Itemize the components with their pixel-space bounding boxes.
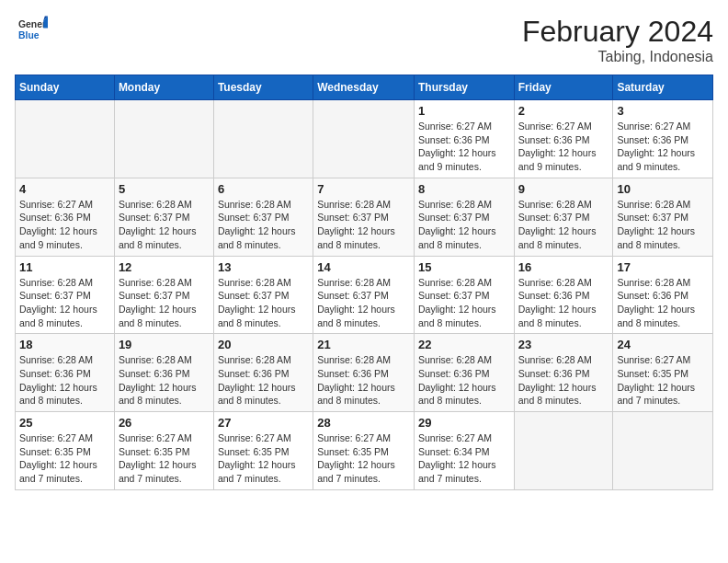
calendar-cell: 24Sunrise: 6:27 AMSunset: 6:35 PMDayligh… bbox=[613, 334, 713, 412]
day-of-week-header: Friday bbox=[514, 75, 613, 100]
calendar-cell: 3Sunrise: 6:27 AMSunset: 6:36 PMDaylight… bbox=[613, 100, 713, 178]
day-info: Sunrise: 6:28 AMSunset: 6:36 PMDaylight:… bbox=[119, 353, 210, 408]
day-info: Sunrise: 6:28 AMSunset: 6:36 PMDaylight:… bbox=[218, 353, 309, 408]
day-number: 13 bbox=[218, 260, 309, 274]
day-number: 9 bbox=[518, 182, 609, 196]
calendar-cell: 7Sunrise: 6:28 AMSunset: 6:37 PMDaylight… bbox=[313, 178, 415, 256]
day-number: 12 bbox=[119, 260, 210, 274]
day-number: 18 bbox=[19, 338, 110, 351]
day-number: 7 bbox=[317, 182, 410, 196]
logo-icon: General Blue bbox=[18, 15, 48, 44]
day-number: 26 bbox=[119, 416, 210, 430]
calendar-cell: 11Sunrise: 6:28 AMSunset: 6:37 PMDayligh… bbox=[16, 256, 115, 334]
day-info: Sunrise: 6:28 AMSunset: 6:36 PMDaylight:… bbox=[418, 353, 510, 408]
day-number: 29 bbox=[418, 416, 510, 430]
day-number: 1 bbox=[418, 104, 510, 118]
day-info: Sunrise: 6:27 AMSunset: 6:36 PMDaylight:… bbox=[19, 198, 110, 252]
day-info: Sunrise: 6:28 AMSunset: 6:37 PMDaylight:… bbox=[119, 198, 210, 252]
day-info: Sunrise: 6:27 AMSunset: 6:35 PMDaylight:… bbox=[317, 431, 410, 486]
day-info: Sunrise: 6:27 AMSunset: 6:35 PMDaylight:… bbox=[19, 431, 110, 486]
page-header: General Blue February 2024 Tabing, Indon… bbox=[15, 15, 713, 65]
day-info: Sunrise: 6:28 AMSunset: 6:37 PMDaylight:… bbox=[19, 276, 110, 330]
day-info: Sunrise: 6:28 AMSunset: 6:36 PMDaylight:… bbox=[19, 353, 110, 408]
page-title: February 2024 bbox=[522, 15, 713, 49]
day-number: 15 bbox=[418, 260, 510, 274]
calendar-cell: 5Sunrise: 6:28 AMSunset: 6:37 PMDaylight… bbox=[114, 178, 213, 256]
day-info: Sunrise: 6:28 AMSunset: 6:37 PMDaylight:… bbox=[317, 198, 410, 252]
calendar-cell: 8Sunrise: 6:28 AMSunset: 6:37 PMDaylight… bbox=[414, 178, 514, 256]
calendar-week-row: 25Sunrise: 6:27 AMSunset: 6:35 PMDayligh… bbox=[16, 412, 713, 490]
calendar-cell: 19Sunrise: 6:28 AMSunset: 6:36 PMDayligh… bbox=[114, 334, 213, 412]
logo: General Blue bbox=[15, 15, 48, 44]
calendar-cell: 22Sunrise: 6:28 AMSunset: 6:36 PMDayligh… bbox=[414, 334, 514, 412]
calendar-cell: 2Sunrise: 6:27 AMSunset: 6:36 PMDaylight… bbox=[514, 100, 613, 178]
calendar-cell: 13Sunrise: 6:28 AMSunset: 6:37 PMDayligh… bbox=[213, 256, 313, 334]
day-number: 4 bbox=[19, 182, 110, 196]
calendar-cell bbox=[514, 412, 613, 490]
day-info: Sunrise: 6:27 AMSunset: 6:35 PMDaylight:… bbox=[218, 431, 309, 486]
calendar-header: SundayMondayTuesdayWednesdayThursdayFrid… bbox=[16, 75, 713, 100]
calendar-body: 1Sunrise: 6:27 AMSunset: 6:36 PMDaylight… bbox=[16, 100, 713, 490]
calendar-cell: 20Sunrise: 6:28 AMSunset: 6:36 PMDayligh… bbox=[213, 334, 313, 412]
day-number: 17 bbox=[617, 260, 709, 274]
day-number: 3 bbox=[617, 104, 709, 118]
calendar-cell: 16Sunrise: 6:28 AMSunset: 6:36 PMDayligh… bbox=[514, 256, 613, 334]
calendar-cell: 10Sunrise: 6:28 AMSunset: 6:37 PMDayligh… bbox=[613, 178, 713, 256]
day-info: Sunrise: 6:28 AMSunset: 6:36 PMDaylight:… bbox=[317, 353, 410, 408]
calendar-cell: 28Sunrise: 6:27 AMSunset: 6:35 PMDayligh… bbox=[313, 412, 415, 490]
calendar-cell: 9Sunrise: 6:28 AMSunset: 6:37 PMDaylight… bbox=[514, 178, 613, 256]
calendar-cell bbox=[114, 100, 213, 178]
day-number: 27 bbox=[218, 416, 309, 430]
day-number: 20 bbox=[218, 338, 309, 351]
day-number: 21 bbox=[317, 338, 410, 351]
day-info: Sunrise: 6:28 AMSunset: 6:37 PMDaylight:… bbox=[617, 198, 709, 252]
calendar-cell bbox=[313, 100, 415, 178]
day-info: Sunrise: 6:28 AMSunset: 6:37 PMDaylight:… bbox=[218, 276, 309, 330]
day-number: 6 bbox=[218, 182, 309, 196]
calendar-week-row: 4Sunrise: 6:27 AMSunset: 6:36 PMDaylight… bbox=[16, 178, 713, 256]
day-number: 23 bbox=[518, 338, 609, 351]
calendar-cell: 6Sunrise: 6:28 AMSunset: 6:37 PMDaylight… bbox=[213, 178, 313, 256]
day-number: 10 bbox=[617, 182, 709, 196]
day-of-week-header: Thursday bbox=[414, 75, 514, 100]
day-info: Sunrise: 6:27 AMSunset: 6:36 PMDaylight:… bbox=[518, 120, 609, 174]
day-number: 8 bbox=[418, 182, 510, 196]
day-info: Sunrise: 6:27 AMSunset: 6:35 PMDaylight:… bbox=[119, 431, 210, 486]
day-info: Sunrise: 6:27 AMSunset: 6:36 PMDaylight:… bbox=[418, 120, 510, 174]
days-of-week-row: SundayMondayTuesdayWednesdayThursdayFrid… bbox=[16, 75, 713, 100]
day-info: Sunrise: 6:28 AMSunset: 6:37 PMDaylight:… bbox=[418, 198, 510, 252]
day-number: 11 bbox=[19, 260, 110, 274]
day-of-week-header: Monday bbox=[114, 75, 213, 100]
page-subtitle: Tabing, Indonesia bbox=[522, 49, 713, 65]
calendar-week-row: 11Sunrise: 6:28 AMSunset: 6:37 PMDayligh… bbox=[16, 256, 713, 334]
day-info: Sunrise: 6:27 AMSunset: 6:36 PMDaylight:… bbox=[617, 120, 709, 174]
title-block: February 2024 Tabing, Indonesia bbox=[522, 15, 713, 65]
day-number: 19 bbox=[119, 338, 210, 351]
day-of-week-header: Sunday bbox=[16, 75, 115, 100]
calendar-cell bbox=[213, 100, 313, 178]
calendar-cell: 4Sunrise: 6:27 AMSunset: 6:36 PMDaylight… bbox=[16, 178, 115, 256]
day-number: 5 bbox=[119, 182, 210, 196]
calendar-cell: 25Sunrise: 6:27 AMSunset: 6:35 PMDayligh… bbox=[16, 412, 115, 490]
day-number: 2 bbox=[518, 104, 609, 118]
day-info: Sunrise: 6:27 AMSunset: 6:34 PMDaylight:… bbox=[418, 431, 510, 486]
calendar-cell: 12Sunrise: 6:28 AMSunset: 6:37 PMDayligh… bbox=[114, 256, 213, 334]
day-number: 14 bbox=[317, 260, 410, 274]
day-of-week-header: Tuesday bbox=[213, 75, 313, 100]
calendar-cell bbox=[613, 412, 713, 490]
calendar-cell bbox=[16, 100, 115, 178]
calendar-cell: 18Sunrise: 6:28 AMSunset: 6:36 PMDayligh… bbox=[16, 334, 115, 412]
calendar-table: SundayMondayTuesdayWednesdayThursdayFrid… bbox=[15, 75, 713, 490]
calendar-cell: 29Sunrise: 6:27 AMSunset: 6:34 PMDayligh… bbox=[414, 412, 514, 490]
day-info: Sunrise: 6:28 AMSunset: 6:36 PMDaylight:… bbox=[518, 276, 609, 330]
day-of-week-header: Saturday bbox=[613, 75, 713, 100]
day-info: Sunrise: 6:28 AMSunset: 6:37 PMDaylight:… bbox=[418, 276, 510, 330]
calendar-cell: 23Sunrise: 6:28 AMSunset: 6:36 PMDayligh… bbox=[514, 334, 613, 412]
day-info: Sunrise: 6:28 AMSunset: 6:36 PMDaylight:… bbox=[617, 276, 709, 330]
day-number: 28 bbox=[317, 416, 410, 430]
day-info: Sunrise: 6:27 AMSunset: 6:35 PMDaylight:… bbox=[617, 353, 709, 408]
day-info: Sunrise: 6:28 AMSunset: 6:37 PMDaylight:… bbox=[119, 276, 210, 330]
day-number: 22 bbox=[418, 338, 510, 351]
calendar-week-row: 1Sunrise: 6:27 AMSunset: 6:36 PMDaylight… bbox=[16, 100, 713, 178]
calendar-cell: 15Sunrise: 6:28 AMSunset: 6:37 PMDayligh… bbox=[414, 256, 514, 334]
